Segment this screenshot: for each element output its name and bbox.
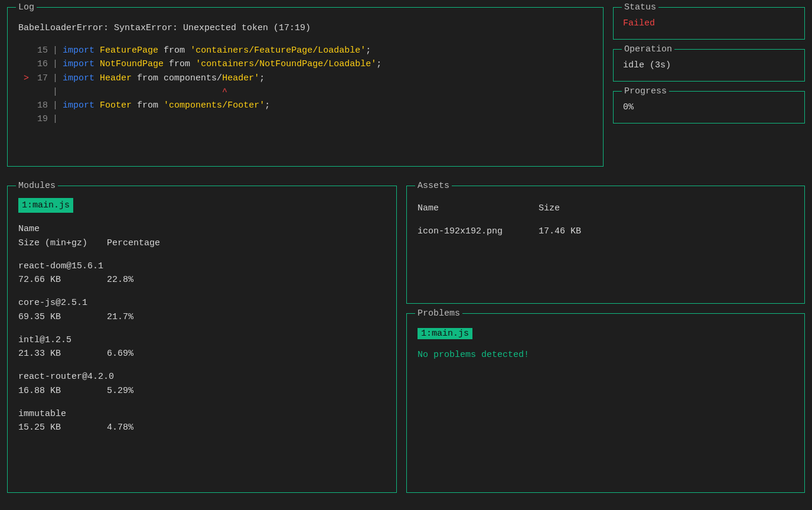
pipe-separator: | xyxy=(50,72,63,85)
log-error-message: BabelLoaderError: SyntaxError: Unexpecte… xyxy=(18,23,592,33)
code-line: 18 | import Footer from 'components/Foot… xyxy=(18,99,592,112)
line-number: 18 xyxy=(31,99,50,112)
code-content: import Header from components/Header'; xyxy=(63,72,265,85)
line-number: 16 xyxy=(31,57,50,71)
module-name: intl@1.2.5 xyxy=(18,333,386,347)
module-name: react-dom@15.6.1 xyxy=(18,259,386,273)
code-content: import Footer from 'components/Footer'; xyxy=(63,99,270,112)
assets-header-size: Size xyxy=(539,202,560,215)
module-row: immutable 15.25 KB 4.78% xyxy=(18,407,386,435)
module-row: react-router@4.2.0 16.88 KB 5.29% xyxy=(18,370,386,398)
line-number: 15 xyxy=(31,44,50,57)
module-size: 21.33 KB xyxy=(18,347,107,360)
pipe-separator: | xyxy=(50,99,63,112)
module-name: immutable xyxy=(18,407,386,421)
gutter-mark xyxy=(18,112,31,126)
code-line-caret: | ^ xyxy=(18,85,592,99)
asset-row: icon-192x192.png 17.46 KB xyxy=(418,225,794,238)
code-line: 15 | import FeaturePage from 'containers… xyxy=(18,44,592,57)
pipe-separator: | xyxy=(50,85,63,99)
operation-panel: Operation idle (3s) xyxy=(613,49,805,82)
progress-title: Progress xyxy=(622,86,669,96)
line-number: 19 xyxy=(31,112,50,126)
status-title: Status xyxy=(622,2,658,12)
module-size: 15.25 KB xyxy=(18,421,107,434)
gutter-mark xyxy=(18,57,31,71)
log-code-block: 15 | import FeaturePage from 'containers… xyxy=(18,44,592,126)
assets-title: Assets xyxy=(415,181,452,191)
status-panel: Status Failed xyxy=(613,7,805,40)
code-line-error: > 17 | import Header from components/Hea… xyxy=(18,72,592,85)
module-name: core-js@2.5.1 xyxy=(18,296,386,310)
line-number: 17 xyxy=(31,72,50,85)
module-percentage: 22.8% xyxy=(107,273,133,287)
code-line: 19 | xyxy=(18,112,592,126)
progress-panel: Progress 0% xyxy=(613,91,805,124)
progress-value: 0% xyxy=(623,102,795,112)
module-percentage: 6.69% xyxy=(107,347,133,360)
problems-panel: Problems 1:main.js No problems detected! xyxy=(406,313,805,493)
log-panel: Log BabelLoaderError: SyntaxError: Unexp… xyxy=(7,7,604,167)
modules-title: Modules xyxy=(16,181,58,191)
status-value: Failed xyxy=(623,18,795,28)
module-row: intl@1.2.5 21.33 KB 6.69% xyxy=(18,333,386,361)
code-content: import NotFoundPage from 'containers/Not… xyxy=(63,57,381,71)
assets-header-name: Name xyxy=(418,202,539,215)
assets-panel: Assets Name Size icon-192x192.png 17.46 … xyxy=(406,186,805,304)
asset-name: icon-192x192.png xyxy=(418,225,539,238)
line-number xyxy=(31,85,50,99)
error-caret: ^ xyxy=(63,85,227,99)
pipe-separator: | xyxy=(50,57,63,71)
gutter-mark xyxy=(18,99,31,112)
module-percentage: 5.29% xyxy=(107,384,133,398)
modules-panel: Modules 1:main.js Name Size (min+gz) Per… xyxy=(7,186,397,493)
asset-size: 17.46 KB xyxy=(539,225,581,238)
module-size: 72.66 KB xyxy=(18,273,107,287)
module-percentage: 4.78% xyxy=(107,421,133,434)
log-title: Log xyxy=(16,2,37,12)
module-percentage: 21.7% xyxy=(107,310,133,324)
gutter-mark-error: > xyxy=(18,72,31,85)
code-content: import FeaturePage from 'containers/Feat… xyxy=(63,44,371,57)
module-name: react-router@4.2.0 xyxy=(18,370,386,384)
problems-tag[interactable]: 1:main.js xyxy=(418,328,472,339)
operation-value: idle (3s) xyxy=(623,60,795,70)
code-line: 16 | import NotFoundPage from 'container… xyxy=(18,57,592,71)
module-size: 16.88 KB xyxy=(18,384,107,398)
problems-title: Problems xyxy=(415,308,462,319)
gutter-mark xyxy=(18,44,31,57)
pipe-separator: | xyxy=(50,44,63,57)
pipe-separator: | xyxy=(50,112,63,126)
problems-message: No problems detected! xyxy=(418,350,794,360)
gutter-mark xyxy=(18,85,31,99)
module-size: 69.35 KB xyxy=(18,310,107,324)
operation-title: Operation xyxy=(622,44,674,54)
modules-header-size: Size (min+gz) xyxy=(18,236,107,250)
module-row: react-dom@15.6.1 72.66 KB 22.8% xyxy=(18,259,386,287)
modules-header-name: Name xyxy=(18,222,386,236)
module-row: core-js@2.5.1 69.35 KB 21.7% xyxy=(18,296,386,324)
modules-tag[interactable]: 1:main.js xyxy=(18,198,73,213)
modules-header-percentage: Percentage xyxy=(107,236,160,250)
